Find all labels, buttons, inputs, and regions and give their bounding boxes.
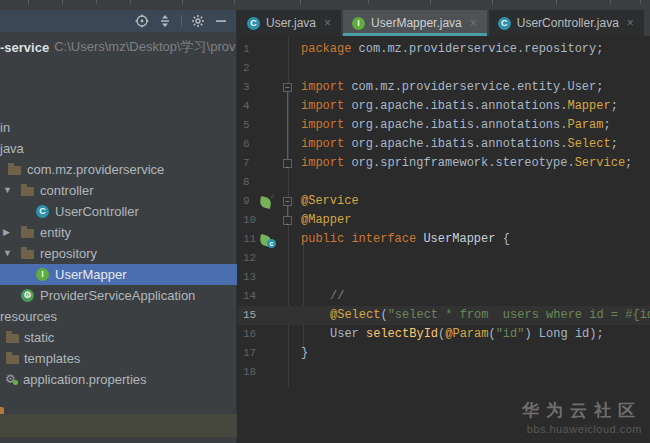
project-panel: -service C:\Users\mz\Desktop\学习\prov inj…: [0, 10, 237, 443]
code-line-18[interactable]: 18: [238, 363, 650, 382]
code-line-2[interactable]: 2: [238, 59, 650, 78]
tree-item-java[interactable]: java: [0, 138, 237, 159]
tree-item-providerserviceapplication[interactable]: ⚙ProviderServiceApplication: [0, 285, 237, 306]
chevron-down-icon[interactable]: ▼: [3, 249, 12, 258]
token-kw: public interface: [301, 232, 423, 246]
tree-item-static[interactable]: static: [0, 327, 237, 348]
tab-usercontroller-java[interactable]: CUserController.java×: [489, 10, 644, 36]
code-line-14[interactable]: 14//: [238, 287, 650, 306]
code-line-9[interactable]: 9✓−@Service: [238, 192, 650, 211]
code-text: User selectById(@Param("id") Long id);: [330, 325, 604, 344]
code-text: package com.mz.providerservice.repositor…: [301, 40, 603, 59]
watermark: 华为云社区 bbs.huaweicloud.com: [522, 399, 642, 435]
project-tree: injavacom.mz.providerservice▼controllerC…: [0, 10, 236, 443]
folder-icon: [6, 355, 19, 364]
class-icon: C: [36, 205, 49, 218]
code-line-8[interactable]: 8: [238, 173, 650, 192]
toolbar-tick: [556, 0, 557, 4]
code-text: public interface UserMapper {: [301, 230, 510, 249]
code-text: import com.mz.providerservice.entity.Use…: [301, 78, 603, 97]
code-line-1[interactable]: 1package com.mz.providerservice.reposito…: [238, 40, 650, 59]
code-line-10[interactable]: 10˻@Mapper: [238, 211, 650, 230]
ide-window: -service C:\Users\mz\Desktop\学习\prov inj…: [0, 0, 650, 443]
toolbar-tick: [300, 0, 301, 4]
tree-item-usercontroller[interactable]: CUserController: [0, 201, 237, 222]
line-number: 14: [243, 287, 256, 306]
fold-start-icon[interactable]: −: [283, 83, 292, 92]
close-tab-icon[interactable]: ×: [324, 16, 331, 30]
line-number: 4: [243, 97, 250, 116]
code-text: import org.apache.ibatis.annotations.Map…: [301, 97, 618, 116]
code-line-4[interactable]: 4import org.apache.ibatis.annotations.Ma…: [238, 97, 650, 116]
line-number: 12: [243, 249, 256, 268]
folder-icon: [21, 250, 34, 259]
chevron-right-icon[interactable]: ▶: [3, 228, 10, 237]
tree-item-com-mz-providerservice[interactable]: com.mz.providerservice: [0, 159, 237, 180]
token-gold: @Param: [445, 327, 488, 341]
tree-item-application-properties[interactable]: ⚙application.properties: [0, 369, 237, 390]
folder-icon: [6, 334, 19, 343]
tree-item-label: com.mz.providerservice: [27, 162, 164, 177]
toolbar-tick: [130, 0, 131, 4]
token-pl: (: [380, 308, 387, 322]
chevron-down-icon[interactable]: ▼: [3, 186, 12, 195]
code-line-7[interactable]: 7˻import org.springframework.stereotype.…: [238, 154, 650, 173]
code-line-3[interactable]: 3−import com.mz.providerservice.entity.U…: [238, 78, 650, 97]
code-text: //: [330, 287, 344, 306]
code-line-5[interactable]: 5import org.apache.ibatis.annotations.Pa…: [238, 116, 650, 135]
tree-item-label: java: [0, 141, 24, 156]
tree-item-label: repository: [40, 246, 97, 261]
panel-bottom-strip: [0, 414, 237, 437]
code-text: @Select("select * from users where id = …: [330, 306, 650, 325]
tree-item-controller[interactable]: ▼controller: [0, 180, 237, 201]
token-kw: import: [301, 156, 351, 170]
line-number: 16: [243, 325, 256, 344]
tab-user-java[interactable]: CUser.java×: [238, 10, 341, 36]
fold-connector-line: [287, 205, 288, 216]
class-icon: C: [498, 17, 511, 30]
close-tab-icon[interactable]: ×: [627, 16, 634, 30]
springapp-icon: ⚙: [21, 289, 34, 302]
tree-item-templates[interactable]: templates: [0, 348, 237, 369]
token-gold: Mapper: [567, 99, 610, 113]
tree-item-entity[interactable]: ▶entity: [0, 222, 237, 243]
close-tab-icon[interactable]: ×: [470, 16, 477, 30]
fold-end-icon[interactable]: ˻: [283, 216, 292, 225]
code-area[interactable]: 1package com.mz.providerservice.reposito…: [238, 36, 650, 443]
code-line-17[interactable]: 17}: [238, 344, 650, 363]
tree-item-repository[interactable]: ▼repository: [0, 243, 237, 264]
fold-end-icon[interactable]: ˻: [283, 159, 292, 168]
tree-item-in[interactable]: in: [0, 117, 237, 138]
token-kw: import: [301, 118, 351, 132]
check-icon: ✓: [270, 193, 275, 201]
code-line-11[interactable]: 11cpublic interface UserMapper {: [238, 230, 650, 249]
tree-item-label: in: [0, 120, 10, 135]
tree-item-label: entity: [40, 225, 71, 240]
toolbar-tick: [182, 0, 183, 4]
token-pl: org.apache.ibatis.annotations.: [351, 137, 567, 151]
spring-class-icon[interactable]: c: [260, 234, 273, 246]
spring-bean-icon[interactable]: ✓: [260, 196, 273, 208]
tree-item-usermapper[interactable]: IUserMapper: [0, 264, 237, 285]
token-pl: User: [330, 327, 366, 341]
token-mth: selectById: [366, 327, 438, 341]
code-line-16[interactable]: 16User selectById(@Param("id") Long id);: [238, 325, 650, 344]
code-line-12[interactable]: 12: [238, 249, 650, 268]
line-number: 6: [243, 135, 250, 154]
token-pl: org.apache.ibatis.annotations.: [351, 99, 567, 113]
code-line-6[interactable]: 6import org.apache.ibatis.annotations.Se…: [238, 135, 650, 154]
tree-item-resources[interactable]: resources: [0, 306, 237, 327]
token-pl: org.springframework.stereotype.: [351, 156, 574, 170]
token-pl: ) Long id);: [524, 327, 603, 341]
tree-item-label: UserController: [55, 204, 139, 219]
token-kw: package: [301, 42, 359, 56]
editor: CUser.java×IUserMapper.java×CUserControl…: [238, 10, 650, 443]
line-number: 13: [243, 268, 256, 287]
class-icon: C: [247, 17, 260, 30]
code-line-13[interactable]: 13: [238, 268, 650, 287]
editor-tabs: CUser.java×IUserMapper.java×CUserControl…: [238, 10, 650, 36]
tab-usermapper-java[interactable]: IUserMapper.java×: [343, 10, 487, 36]
folder-icon: [8, 166, 21, 175]
code-line-15[interactable]: 15@Select("select * from users where id …: [238, 306, 650, 325]
fold-start-icon[interactable]: −: [283, 197, 292, 206]
